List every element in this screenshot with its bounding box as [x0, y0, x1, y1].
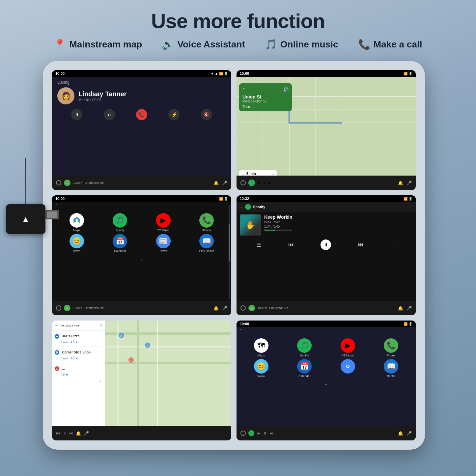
dark-spotify-icon[interactable]: 🎵: [297, 338, 312, 353]
queue-icon[interactable]: ☰: [257, 242, 261, 248]
dark-scroll-up[interactable]: ⌃: [239, 328, 242, 333]
feature-call-label: Make a call: [374, 39, 422, 50]
dark-calendar-icon[interactable]: 📅: [297, 359, 312, 374]
search-result-c[interactable]: C ... 4.5 ★: [52, 363, 105, 379]
apps-dark-status-bar: 10:00 📶🔋: [237, 321, 416, 327]
track-title: Keep Workin: [264, 214, 292, 220]
app-ytmusic[interactable]: ▶ YT Music: [143, 213, 184, 232]
scroll-thumb: [229, 224, 230, 262]
calling-content: Calling 👩 Lindsay Tanner Mobile • 00:03 …: [52, 77, 231, 127]
app-phone[interactable]: 📞 Phone: [186, 213, 228, 232]
dark-ytmusic-icon[interactable]: ▶: [341, 338, 355, 353]
dark-books-icon[interactable]: 📖: [384, 359, 398, 374]
dark-phone-icon[interactable]: 📞: [384, 338, 398, 353]
skip-prev-icon-3[interactable]: ⏮: [56, 431, 60, 435]
dark-waze-icon[interactable]: 😊: [254, 359, 268, 374]
apps-home-dot[interactable]: [56, 305, 61, 311]
apps-dark-spotify-icon[interactable]: 🎵: [248, 430, 254, 436]
app-waze[interactable]: 😊 Waze: [56, 234, 98, 253]
end-call-button[interactable]: 📞: [136, 109, 147, 120]
nav-home-dot[interactable]: [56, 180, 61, 185]
skip-next-icon[interactable]: ⏭: [268, 182, 271, 184]
maps-search-bar[interactable]: ← ✕: [52, 321, 105, 331]
pause-button[interactable]: ⏸: [71, 109, 82, 120]
dark-ytmusic-label: YT Music: [342, 354, 354, 357]
spotify-maps-arrow[interactable]: →: [248, 305, 255, 311]
mute-button[interactable]: 🔇: [201, 109, 212, 120]
app-maps[interactable]: Maps: [56, 213, 98, 232]
search-result-b[interactable]: B Corner Slice Shop 4 min · 4.5 ★: [52, 347, 105, 363]
dark-scroll-down[interactable]: ⌄: [237, 380, 416, 386]
dark-app-ytmusic[interactable]: ▶ YT Music: [327, 338, 369, 357]
maps-bell-icon[interactable]: 🔔: [76, 431, 81, 436]
nav-bell-icon-2[interactable]: 🔔: [398, 181, 403, 185]
app-spotify[interactable]: 🎵 Spotify: [99, 213, 141, 232]
dialpad-button[interactable]: ⠿: [104, 109, 115, 120]
skip-prev-icon[interactable]: ⏮: [258, 182, 260, 184]
back-arrow-icon[interactable]: ←: [55, 323, 59, 328]
scroll-down-arrow[interactable]: ⌄: [52, 255, 231, 263]
app-calendar[interactable]: 📅 Calendar: [99, 234, 141, 253]
spotify-app-icon[interactable]: 🎵: [113, 213, 127, 228]
nav-maps-arrow-2[interactable]: 🎵: [248, 180, 255, 186]
dark-assistant-icon[interactable]: [341, 359, 355, 374]
ytmusic-app-icon[interactable]: ▶: [156, 213, 171, 228]
dark-app-maps[interactable]: 🗺 Maps: [240, 338, 282, 357]
skip-next-icon-3[interactable]: ⏭: [69, 431, 73, 435]
nav-mic-icon-2[interactable]: 🎤: [406, 181, 412, 185]
spotify-controls[interactable]: ☰ ⏮ ⏸ ⏭ ⋮: [237, 238, 416, 251]
call-buttons[interactable]: ⏸ ⠿ 📞 ⚡ 🔇: [57, 109, 226, 120]
page-title: Use more function: [0, 0, 476, 33]
scroll-up-arrow[interactable]: ⌃: [55, 203, 58, 208]
result-b-detail: 4 min · 4.5 ★: [61, 357, 78, 360]
dark-app-spotify[interactable]: 🎵 Spotify: [284, 338, 325, 357]
sidebar-scroll-arrow[interactable]: ⌃: [99, 380, 102, 385]
spotify-panel: 12:32 📶🔋 ⌄ 🎵 Spotify ✋ Keep Workin Isle&…: [237, 195, 416, 315]
phone-app-icon[interactable]: 📞: [199, 213, 214, 228]
chevron-down-icon[interactable]: ⌄: [240, 205, 243, 209]
playbooks-app-icon[interactable]: 📖: [199, 234, 214, 248]
svg-point-27: [347, 365, 349, 367]
bluetooth-button[interactable]: ⚡: [168, 109, 180, 120]
dark-maps-icon[interactable]: 🗺: [254, 338, 268, 353]
spotify-bell-icon[interactable]: 🔔: [398, 306, 403, 311]
play-pause-icon-3[interactable]: ⏸: [63, 431, 67, 435]
nav-maps-arrow[interactable]: →: [64, 180, 70, 186]
play-pause-icon[interactable]: ⏸: [263, 182, 266, 184]
dark-app-phone[interactable]: 📞 Phone: [371, 338, 412, 357]
app-playbooks[interactable]: 📖 Play Books: [186, 234, 228, 253]
spotify-home-dot[interactable]: [240, 305, 246, 311]
apps-dark-home-dot[interactable]: [240, 431, 246, 436]
close-icon[interactable]: ✕: [99, 323, 102, 328]
dark-app-calendar[interactable]: 📅 Calendar: [284, 359, 325, 378]
more-options-btn[interactable]: ⋮: [390, 242, 396, 248]
play-pause-btn[interactable]: ⏸: [321, 239, 331, 250]
dark-skip-next-icon[interactable]: ⏭: [269, 431, 273, 435]
search-result-a[interactable]: A Joe's Pizza 4 min · 4.5 ★: [52, 331, 105, 347]
nav-mic-icon[interactable]: 🎤: [222, 181, 227, 185]
maps-mic-icon[interactable]: 🎤: [84, 431, 89, 436]
dark-app-assistant[interactable]: [327, 359, 369, 378]
waze-app-icon[interactable]: 😊: [70, 234, 84, 248]
dark-app-books[interactable]: 📖 Books: [371, 359, 412, 378]
dark-skip-prev-icon[interactable]: ⏮: [257, 431, 261, 435]
nav-home-dot-2[interactable]: [240, 180, 246, 185]
skip-prev-btn[interactable]: ⏮: [288, 242, 294, 248]
apps-maps-arrow[interactable]: →: [64, 305, 70, 311]
search-input[interactable]: [61, 324, 98, 327]
skip-next-btn[interactable]: ⏭: [358, 242, 363, 248]
calendar-app-icon[interactable]: 📅: [113, 234, 127, 248]
apps-dark-bell-icon[interactable]: 🔔: [398, 431, 403, 436]
nav-bell-icon[interactable]: 🔔: [213, 181, 219, 185]
dark-app-waze[interactable]: 😊 Waze: [240, 359, 282, 378]
maps-app-icon[interactable]: [70, 213, 84, 228]
apps-dark-mic-icon[interactable]: 🎤: [406, 431, 412, 436]
app-news[interactable]: 📰 News: [143, 234, 184, 253]
apps-mic-icon[interactable]: 🎤: [222, 306, 227, 311]
dark-play-icon[interactable]: ⏸: [263, 431, 267, 435]
apps-dark-status-icons: 📶🔋: [404, 322, 412, 326]
dark-maps-label: Maps: [258, 354, 265, 357]
apps-bell-icon[interactable]: 🔔: [213, 306, 219, 311]
news-app-icon[interactable]: 📰: [156, 234, 171, 248]
spotify-mic-icon[interactable]: 🎤: [406, 306, 412, 311]
